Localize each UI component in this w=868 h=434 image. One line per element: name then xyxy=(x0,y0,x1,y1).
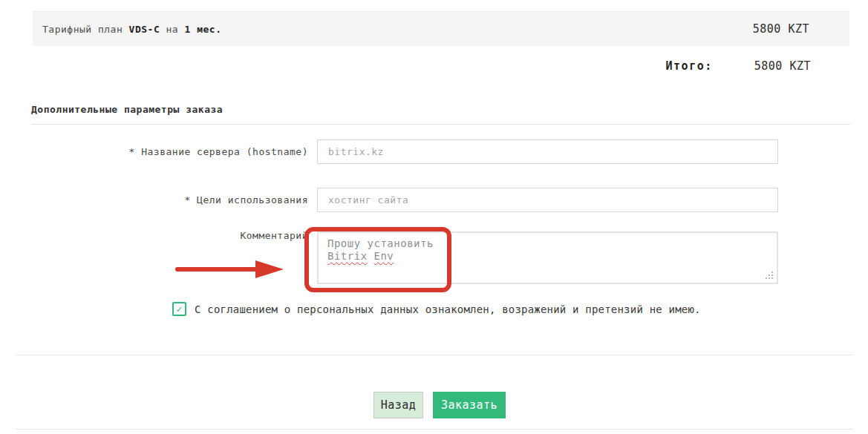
tariff-duration: 1 мес. xyxy=(185,24,222,35)
comment-textarea[interactable]: Прошу установить Bitrix Env xyxy=(317,231,778,284)
hostname-input[interactable] xyxy=(317,139,778,164)
section-title: Дополнительные параметры заказа xyxy=(31,104,223,115)
tariff-description: Тарифный план VDS-C на 1 мес. xyxy=(42,24,222,35)
order-form-page: Тарифный план VDS-C на 1 мес. 5800 KZT И… xyxy=(0,0,868,434)
agreement-row: ✓ С соглашением о персональных данных оз… xyxy=(172,302,701,317)
comment-word-env: Env xyxy=(374,250,394,262)
agreement-checkbox[interactable]: ✓ xyxy=(172,302,186,316)
total-label: Итого: xyxy=(666,59,713,73)
divider-bottom xyxy=(16,429,852,430)
checkbox-check-icon: ✓ xyxy=(177,303,183,315)
divider-above-buttons xyxy=(16,355,852,355)
hostname-label: * Название сервера (hostname) xyxy=(31,139,308,164)
comment-label: Комментарий xyxy=(31,230,308,242)
purpose-input[interactable] xyxy=(317,188,778,212)
tariff-connector: на xyxy=(160,24,184,35)
comment-line1: Прошу установить xyxy=(327,237,768,250)
purpose-label: * Цели использования xyxy=(31,188,308,212)
tariff-prefix: Тарифный план xyxy=(42,24,129,35)
total-price: 5800 KZT xyxy=(754,59,811,73)
resize-grip-icon[interactable] xyxy=(771,277,773,279)
section-rule xyxy=(31,124,850,125)
tariff-plan-name: VDS-C xyxy=(129,24,160,35)
annotation-arrow-icon xyxy=(255,260,284,278)
comment-line2: Bitrix Env xyxy=(327,250,768,263)
tariff-summary-row: Тарифный план VDS-C на 1 мес. 5800 KZT xyxy=(33,11,849,46)
annotation-arrow-shaft xyxy=(175,267,258,272)
tariff-price: 5800 KZT xyxy=(753,22,809,36)
agreement-label: С соглашением о персональных данных озна… xyxy=(195,302,701,317)
back-button[interactable]: Назад xyxy=(373,392,423,418)
comment-word-bitrix: Bitrix xyxy=(327,250,368,262)
submit-order-button[interactable]: Заказать xyxy=(433,392,506,418)
total-row: Итого: 5800 KZT xyxy=(33,58,849,74)
